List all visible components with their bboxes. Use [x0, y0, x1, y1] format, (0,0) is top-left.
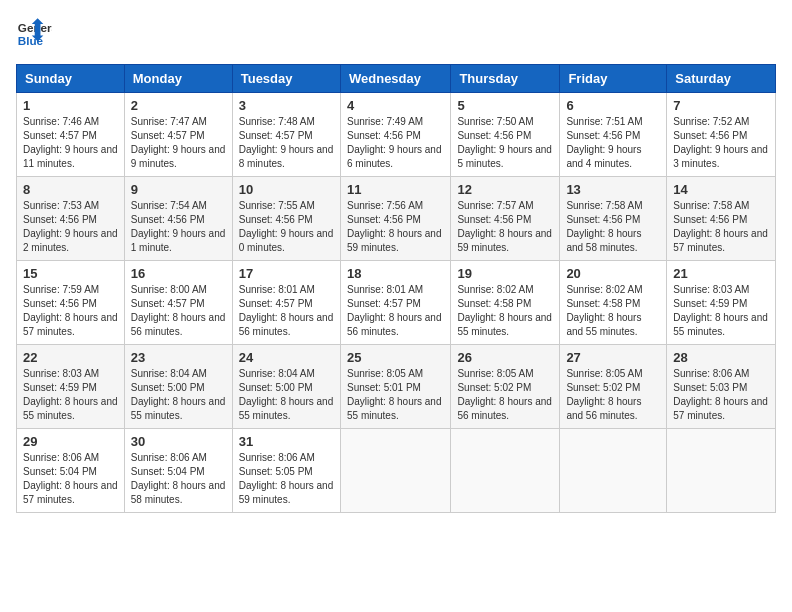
day-info: Sunrise: 8:06 AM Sunset: 5:04 PM Dayligh…	[131, 451, 226, 507]
calendar-table: SundayMondayTuesdayWednesdayThursdayFrid…	[16, 64, 776, 513]
day-cell: 5 Sunrise: 7:50 AM Sunset: 4:56 PM Dayli…	[451, 93, 560, 177]
page-header: General Blue	[16, 16, 776, 52]
day-info: Sunrise: 8:06 AM Sunset: 5:03 PM Dayligh…	[673, 367, 769, 423]
day-number: 17	[239, 266, 334, 281]
week-row-4: 22 Sunrise: 8:03 AM Sunset: 4:59 PM Dayl…	[17, 345, 776, 429]
day-info: Sunrise: 8:03 AM Sunset: 4:59 PM Dayligh…	[23, 367, 118, 423]
day-info: Sunrise: 8:04 AM Sunset: 5:00 PM Dayligh…	[239, 367, 334, 423]
day-info: Sunrise: 7:48 AM Sunset: 4:57 PM Dayligh…	[239, 115, 334, 171]
day-number: 24	[239, 350, 334, 365]
day-cell: 30 Sunrise: 8:06 AM Sunset: 5:04 PM Dayl…	[124, 429, 232, 513]
day-number: 9	[131, 182, 226, 197]
logo-icon: General Blue	[16, 16, 52, 52]
day-number: 5	[457, 98, 553, 113]
day-number: 26	[457, 350, 553, 365]
day-cell: 23 Sunrise: 8:04 AM Sunset: 5:00 PM Dayl…	[124, 345, 232, 429]
day-cell: 15 Sunrise: 7:59 AM Sunset: 4:56 PM Dayl…	[17, 261, 125, 345]
day-number: 28	[673, 350, 769, 365]
day-cell: 20 Sunrise: 8:02 AM Sunset: 4:58 PM Dayl…	[560, 261, 667, 345]
day-cell: 29 Sunrise: 8:06 AM Sunset: 5:04 PM Dayl…	[17, 429, 125, 513]
day-cell: 16 Sunrise: 8:00 AM Sunset: 4:57 PM Dayl…	[124, 261, 232, 345]
day-cell: 22 Sunrise: 8:03 AM Sunset: 4:59 PM Dayl…	[17, 345, 125, 429]
day-number: 23	[131, 350, 226, 365]
day-number: 11	[347, 182, 444, 197]
day-info: Sunrise: 7:58 AM Sunset: 4:56 PM Dayligh…	[673, 199, 769, 255]
day-info: Sunrise: 7:57 AM Sunset: 4:56 PM Dayligh…	[457, 199, 553, 255]
day-number: 16	[131, 266, 226, 281]
day-info: Sunrise: 8:03 AM Sunset: 4:59 PM Dayligh…	[673, 283, 769, 339]
day-info: Sunrise: 8:00 AM Sunset: 4:57 PM Dayligh…	[131, 283, 226, 339]
day-cell: 25 Sunrise: 8:05 AM Sunset: 5:01 PM Dayl…	[340, 345, 450, 429]
day-cell	[667, 429, 776, 513]
day-info: Sunrise: 7:54 AM Sunset: 4:56 PM Dayligh…	[131, 199, 226, 255]
day-info: Sunrise: 7:58 AM Sunset: 4:56 PM Dayligh…	[566, 199, 660, 255]
day-number: 25	[347, 350, 444, 365]
day-cell: 6 Sunrise: 7:51 AM Sunset: 4:56 PM Dayli…	[560, 93, 667, 177]
day-cell	[451, 429, 560, 513]
day-info: Sunrise: 8:06 AM Sunset: 5:05 PM Dayligh…	[239, 451, 334, 507]
day-cell: 12 Sunrise: 7:57 AM Sunset: 4:56 PM Dayl…	[451, 177, 560, 261]
day-cell: 10 Sunrise: 7:55 AM Sunset: 4:56 PM Dayl…	[232, 177, 340, 261]
day-cell: 8 Sunrise: 7:53 AM Sunset: 4:56 PM Dayli…	[17, 177, 125, 261]
day-cell: 9 Sunrise: 7:54 AM Sunset: 4:56 PM Dayli…	[124, 177, 232, 261]
day-number: 18	[347, 266, 444, 281]
day-info: Sunrise: 8:05 AM Sunset: 5:02 PM Dayligh…	[566, 367, 660, 423]
day-number: 21	[673, 266, 769, 281]
day-info: Sunrise: 7:53 AM Sunset: 4:56 PM Dayligh…	[23, 199, 118, 255]
day-cell	[340, 429, 450, 513]
day-cell: 19 Sunrise: 8:02 AM Sunset: 4:58 PM Dayl…	[451, 261, 560, 345]
day-number: 13	[566, 182, 660, 197]
day-cell: 13 Sunrise: 7:58 AM Sunset: 4:56 PM Dayl…	[560, 177, 667, 261]
day-info: Sunrise: 8:01 AM Sunset: 4:57 PM Dayligh…	[239, 283, 334, 339]
day-cell: 28 Sunrise: 8:06 AM Sunset: 5:03 PM Dayl…	[667, 345, 776, 429]
day-cell: 3 Sunrise: 7:48 AM Sunset: 4:57 PM Dayli…	[232, 93, 340, 177]
day-number: 8	[23, 182, 118, 197]
day-number: 29	[23, 434, 118, 449]
day-number: 12	[457, 182, 553, 197]
day-number: 10	[239, 182, 334, 197]
day-cell: 26 Sunrise: 8:05 AM Sunset: 5:02 PM Dayl…	[451, 345, 560, 429]
day-info: Sunrise: 7:59 AM Sunset: 4:56 PM Dayligh…	[23, 283, 118, 339]
day-cell: 11 Sunrise: 7:56 AM Sunset: 4:56 PM Dayl…	[340, 177, 450, 261]
weekday-header-saturday: Saturday	[667, 65, 776, 93]
day-info: Sunrise: 7:51 AM Sunset: 4:56 PM Dayligh…	[566, 115, 660, 171]
day-cell	[560, 429, 667, 513]
weekday-header-monday: Monday	[124, 65, 232, 93]
weekday-header-thursday: Thursday	[451, 65, 560, 93]
day-info: Sunrise: 7:52 AM Sunset: 4:56 PM Dayligh…	[673, 115, 769, 171]
day-number: 14	[673, 182, 769, 197]
weekday-header-sunday: Sunday	[17, 65, 125, 93]
day-info: Sunrise: 7:50 AM Sunset: 4:56 PM Dayligh…	[457, 115, 553, 171]
day-info: Sunrise: 7:49 AM Sunset: 4:56 PM Dayligh…	[347, 115, 444, 171]
day-cell: 21 Sunrise: 8:03 AM Sunset: 4:59 PM Dayl…	[667, 261, 776, 345]
weekday-header-friday: Friday	[560, 65, 667, 93]
week-row-3: 15 Sunrise: 7:59 AM Sunset: 4:56 PM Dayl…	[17, 261, 776, 345]
day-number: 3	[239, 98, 334, 113]
weekday-header-tuesday: Tuesday	[232, 65, 340, 93]
day-info: Sunrise: 8:05 AM Sunset: 5:01 PM Dayligh…	[347, 367, 444, 423]
day-number: 19	[457, 266, 553, 281]
day-number: 31	[239, 434, 334, 449]
day-cell: 4 Sunrise: 7:49 AM Sunset: 4:56 PM Dayli…	[340, 93, 450, 177]
week-row-1: 1 Sunrise: 7:46 AM Sunset: 4:57 PM Dayli…	[17, 93, 776, 177]
week-row-2: 8 Sunrise: 7:53 AM Sunset: 4:56 PM Dayli…	[17, 177, 776, 261]
day-cell: 1 Sunrise: 7:46 AM Sunset: 4:57 PM Dayli…	[17, 93, 125, 177]
day-cell: 31 Sunrise: 8:06 AM Sunset: 5:05 PM Dayl…	[232, 429, 340, 513]
weekday-header-row: SundayMondayTuesdayWednesdayThursdayFrid…	[17, 65, 776, 93]
day-cell: 7 Sunrise: 7:52 AM Sunset: 4:56 PM Dayli…	[667, 93, 776, 177]
day-number: 27	[566, 350, 660, 365]
day-info: Sunrise: 8:02 AM Sunset: 4:58 PM Dayligh…	[566, 283, 660, 339]
day-number: 1	[23, 98, 118, 113]
day-number: 6	[566, 98, 660, 113]
day-info: Sunrise: 8:05 AM Sunset: 5:02 PM Dayligh…	[457, 367, 553, 423]
day-number: 22	[23, 350, 118, 365]
day-info: Sunrise: 7:46 AM Sunset: 4:57 PM Dayligh…	[23, 115, 118, 171]
day-cell: 18 Sunrise: 8:01 AM Sunset: 4:57 PM Dayl…	[340, 261, 450, 345]
day-info: Sunrise: 8:04 AM Sunset: 5:00 PM Dayligh…	[131, 367, 226, 423]
day-info: Sunrise: 7:55 AM Sunset: 4:56 PM Dayligh…	[239, 199, 334, 255]
day-info: Sunrise: 7:47 AM Sunset: 4:57 PM Dayligh…	[131, 115, 226, 171]
day-number: 2	[131, 98, 226, 113]
day-cell: 27 Sunrise: 8:05 AM Sunset: 5:02 PM Dayl…	[560, 345, 667, 429]
day-cell: 17 Sunrise: 8:01 AM Sunset: 4:57 PM Dayl…	[232, 261, 340, 345]
day-number: 30	[131, 434, 226, 449]
